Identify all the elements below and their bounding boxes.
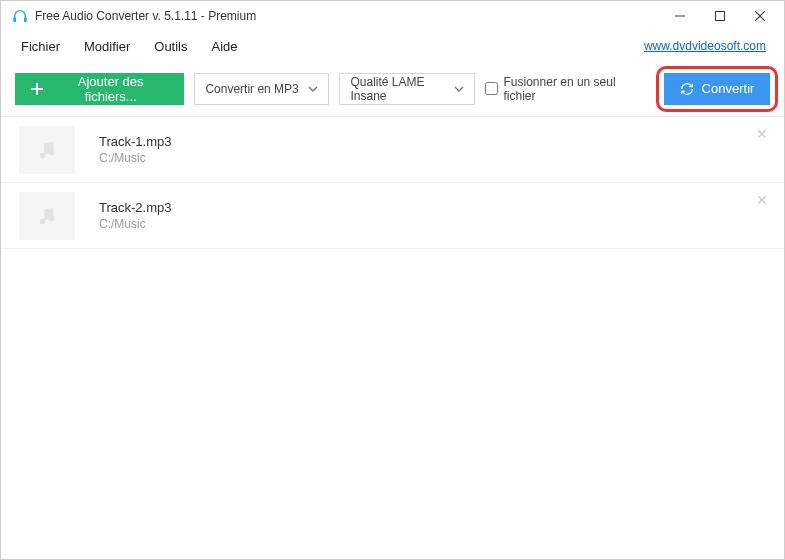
minimize-button[interactable]: [660, 1, 700, 31]
convert-highlight: Convertir: [664, 73, 770, 105]
app-icon: [11, 7, 29, 25]
refresh-icon: [680, 82, 694, 96]
track-thumbnail: [19, 126, 75, 174]
track-list: Track-1.mp3 C:/Music ✕ Track-2.mp3 C:/Mu…: [1, 117, 784, 559]
svg-rect-1: [24, 17, 27, 22]
svg-rect-0: [13, 17, 16, 22]
convert-label: Convertir: [702, 81, 755, 96]
track-name: Track-2.mp3: [99, 200, 171, 215]
svg-point-10: [40, 218, 46, 224]
svg-point-8: [40, 152, 46, 158]
titlebar: Free Audio Converter v. 5.1.11 - Premium: [1, 1, 784, 31]
music-note-icon: [36, 205, 58, 227]
track-info: Track-1.mp3 C:/Music: [99, 134, 171, 165]
track-info: Track-2.mp3 C:/Music: [99, 200, 171, 231]
svg-line-5: [755, 11, 765, 21]
window-title: Free Audio Converter v. 5.1.11 - Premium: [35, 9, 256, 23]
track-path: C:/Music: [99, 151, 171, 165]
plus-icon: [31, 83, 43, 95]
quality-select[interactable]: Qualité LAME Insane: [339, 73, 474, 105]
format-select-value: Convertir en MP3: [205, 82, 298, 96]
format-select[interactable]: Convertir en MP3: [194, 73, 329, 105]
track-row[interactable]: Track-1.mp3 C:/Music ✕: [1, 117, 784, 183]
svg-line-4: [755, 11, 765, 21]
vendor-link[interactable]: www.dvdvideosoft.com: [644, 39, 766, 53]
menu-fichier[interactable]: Fichier: [9, 35, 72, 58]
remove-track-button[interactable]: ✕: [756, 127, 768, 141]
track-thumbnail: [19, 192, 75, 240]
track-name: Track-1.mp3: [99, 134, 171, 149]
convert-button[interactable]: Convertir: [664, 73, 770, 105]
svg-point-11: [49, 216, 55, 222]
merge-label-text: Fusionner en un seul fichier: [504, 75, 644, 103]
chevron-down-icon: [308, 86, 318, 92]
close-icon: ✕: [756, 126, 768, 142]
menu-modifier[interactable]: Modifier: [72, 35, 142, 58]
maximize-button[interactable]: [700, 1, 740, 31]
add-files-button[interactable]: Ajouter des fichiers...: [15, 73, 184, 105]
menubar: Fichier Modifier Outils Aide www.dvdvide…: [1, 31, 784, 61]
merge-checkbox-label[interactable]: Fusionner en un seul fichier: [485, 75, 644, 103]
quality-select-value: Qualité LAME Insane: [350, 75, 445, 103]
chevron-down-icon: [454, 86, 464, 92]
close-button[interactable]: [740, 1, 780, 31]
track-row[interactable]: Track-2.mp3 C:/Music ✕: [1, 183, 784, 249]
svg-point-9: [49, 150, 55, 156]
track-path: C:/Music: [99, 217, 171, 231]
music-note-icon: [36, 139, 58, 161]
menu-outils[interactable]: Outils: [142, 35, 199, 58]
add-files-label: Ajouter des fichiers...: [53, 74, 168, 104]
remove-track-button[interactable]: ✕: [756, 193, 768, 207]
merge-checkbox[interactable]: [485, 82, 498, 95]
svg-rect-3: [716, 12, 725, 21]
close-icon: ✕: [756, 192, 768, 208]
toolbar: Ajouter des fichiers... Convertir en MP3…: [1, 61, 784, 117]
menu-aide[interactable]: Aide: [200, 35, 250, 58]
